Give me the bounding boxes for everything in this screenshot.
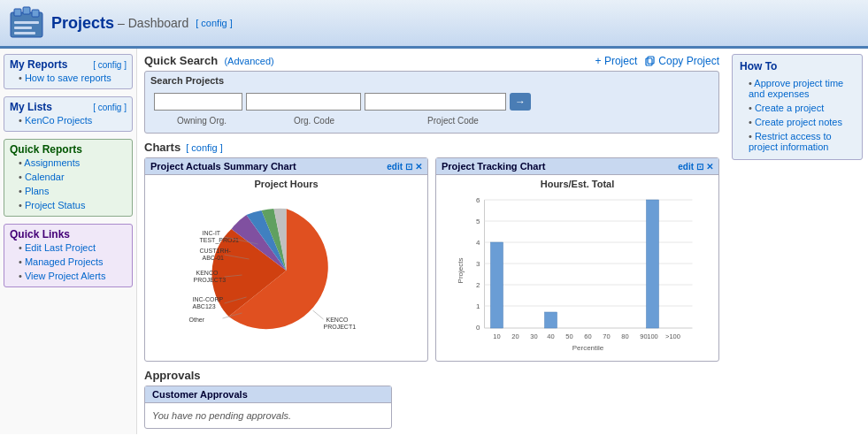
pie-chart-close[interactable]: ✕ (415, 162, 422, 172)
howto-title: How To (740, 60, 855, 73)
search-go-button[interactable]: → (510, 93, 531, 111)
sidebar-item-edit-last-project[interactable]: Edit Last Project (10, 241, 127, 255)
charts-area: Charts [ config ] Project Actuals Summar… (144, 141, 719, 362)
svg-rect-7 (646, 58, 652, 65)
project-code-label: Project Code (379, 116, 527, 126)
svg-rect-4 (14, 21, 39, 24)
bar-chart-close[interactable]: ✕ (706, 162, 713, 172)
howto-item-approve[interactable]: Approve project time and expenses (740, 76, 855, 101)
sidebar-item-kenco-projects[interactable]: KenCo Projects (10, 113, 127, 127)
charts-config-link[interactable]: [ config ] (186, 142, 223, 153)
sidebar-item-how-to-save[interactable]: How to save reports (10, 71, 127, 85)
owning-org-label: Owning Org. (154, 116, 250, 126)
svg-text:100: 100 (647, 332, 658, 340)
pie-chart-resize[interactable]: ⊡ (405, 162, 412, 172)
approvals-section: Approvals Customer Approvals You have no… (144, 369, 719, 429)
org-code-label: Org. Code (253, 116, 375, 126)
bar-chart-actions: edit ⊡ ✕ (678, 162, 713, 172)
howto-item-create-project[interactable]: Create a project (740, 101, 855, 115)
svg-text:Projects: Projects (457, 258, 465, 284)
svg-text:40: 40 (547, 332, 554, 340)
pie-chart-content: Project Hours (145, 175, 427, 361)
header-config-link[interactable]: [ config ] (196, 18, 233, 28)
sidebar-item-view-project-alerts[interactable]: View Project Alerts (10, 269, 127, 283)
svg-rect-43 (545, 312, 557, 328)
owning-org-input[interactable] (154, 93, 242, 111)
org-code-input[interactable] (246, 93, 361, 111)
project-code-input[interactable] (365, 93, 506, 111)
svg-text:KENCO: KENCO (326, 317, 349, 323)
bar-chart-resize[interactable]: ⊡ (696, 162, 703, 172)
svg-text:INC-CORP: INC-CORP (193, 296, 224, 302)
my-lists-config[interactable]: [ config ] (93, 103, 127, 112)
svg-text:1: 1 (476, 302, 480, 310)
howto-box: How To Approve project time and expenses… (732, 54, 863, 160)
svg-text:KENCO: KENCO (196, 270, 219, 276)
sidebar-item-assignments[interactable]: Assignments (10, 156, 127, 170)
svg-text:>100: >100 (665, 332, 680, 340)
svg-rect-6 (14, 32, 35, 34)
svg-text:30: 30 (530, 332, 537, 340)
sidebar-item-plans[interactable]: Plans (10, 184, 127, 198)
svg-rect-2 (23, 7, 30, 14)
search-inputs: → (150, 89, 713, 114)
quick-links-title: Quick Links (10, 228, 127, 241)
sidebar: My Reports [ config ] How to save report… (0, 49, 137, 434)
no-pending-approvals: You have no pending approvals. (145, 403, 391, 428)
howto-panel: How To Approve project time and expenses… (726, 49, 868, 434)
charts-container: Project Actuals Summary Chart edit ⊡ ✕ P… (144, 157, 719, 362)
svg-text:CUST1RH-: CUST1RH- (200, 248, 232, 254)
svg-rect-8 (648, 57, 654, 64)
add-project-button[interactable]: + Project (595, 55, 638, 67)
approvals-title: Approvals (144, 369, 719, 382)
my-reports-title: My Reports [ config ] (10, 58, 127, 71)
my-reports-config[interactable]: [ config ] (93, 60, 127, 70)
svg-rect-44 (647, 200, 659, 328)
howto-item-restrict-access[interactable]: Restrict access to project information (740, 129, 855, 154)
svg-text:3: 3 (476, 260, 480, 268)
howto-item-create-notes[interactable]: Create project notes (740, 115, 855, 129)
main-content: Quick Search (Advanced) + Project Copy P… (137, 49, 726, 434)
search-advanced-link[interactable]: (Advanced) (224, 56, 273, 66)
search-box-title: Search Projects (150, 75, 713, 86)
quick-links-section: Quick Links Edit Last Project Managed Pr… (4, 224, 133, 287)
pie-chart-edit[interactable]: edit (387, 162, 403, 172)
svg-text:2: 2 (476, 281, 480, 289)
svg-text:6: 6 (476, 196, 480, 204)
svg-text:50: 50 (565, 332, 572, 340)
sidebar-item-calendar[interactable]: Calendar (10, 170, 127, 184)
sidebar-item-managed-projects[interactable]: Managed Projects (10, 255, 127, 269)
bar-chart-visual: 6 5 4 3 2 1 (443, 191, 711, 357)
page-subtitle: – Dashboard (118, 16, 188, 30)
svg-text:Percentile: Percentile (572, 344, 604, 352)
approvals-box: Customer Approvals You have no pending a… (144, 386, 392, 429)
svg-rect-42 (491, 242, 503, 328)
bar-chart-edit[interactable]: edit (678, 162, 694, 172)
search-actions: + Project Copy Project (595, 55, 719, 67)
my-lists-section: My Lists [ config ] KenCo Projects (4, 96, 133, 132)
svg-text:0: 0 (476, 324, 480, 332)
svg-text:70: 70 (603, 332, 610, 340)
svg-text:PROJECT1: PROJECT1 (324, 324, 357, 330)
bar-chart-header: Project Tracking Chart edit ⊡ ✕ (436, 158, 718, 175)
app-icon (9, 5, 44, 41)
pie-chart-actions: edit ⊡ ✕ (387, 162, 422, 172)
svg-line-25 (313, 310, 324, 319)
svg-text:ABC-01: ABC-01 (203, 255, 225, 261)
pie-chart-box: Project Actuals Summary Chart edit ⊡ ✕ P… (144, 157, 428, 362)
svg-text:INC-IT: INC-IT (203, 230, 221, 236)
svg-text:PROJECT3: PROJECT3 (194, 277, 227, 283)
svg-rect-5 (14, 27, 32, 29)
quick-reports-title: Quick Reports (10, 143, 127, 156)
page-header: Projects – Dashboard [ config ] (0, 0, 868, 48)
svg-rect-1 (14, 9, 21, 16)
svg-text:80: 80 (621, 332, 628, 340)
my-lists-title: My Lists [ config ] (10, 101, 127, 113)
svg-text:ABC123: ABC123 (193, 303, 216, 309)
sidebar-item-project-status[interactable]: Project Status (10, 198, 127, 212)
svg-text:TEST_PROJ1: TEST_PROJ1 (200, 237, 239, 244)
copy-project-button[interactable]: Copy Project (644, 55, 719, 67)
charts-header: Charts [ config ] (144, 141, 719, 154)
search-field-labels: Owning Org. Org. Code Project Code (150, 114, 713, 129)
search-title-area: Quick Search (Advanced) (144, 54, 274, 67)
